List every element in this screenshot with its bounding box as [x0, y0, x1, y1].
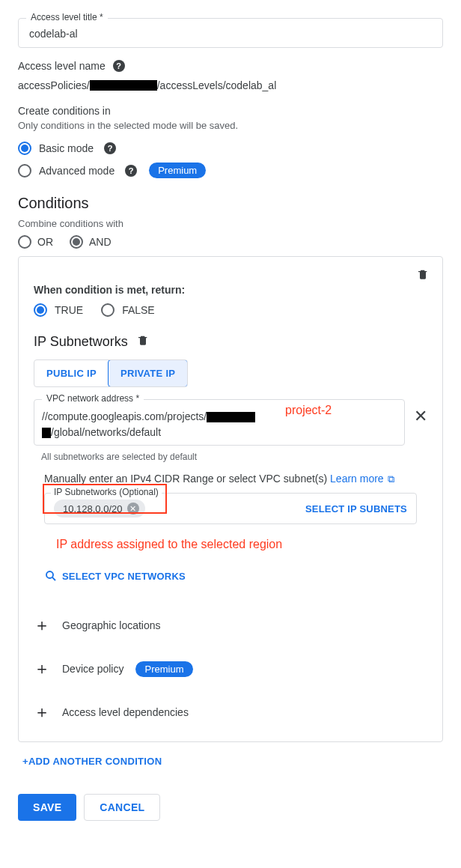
combine-conditions-label: Combine conditions with	[18, 218, 443, 229]
access-level-title-label: Access level title *	[26, 12, 108, 22]
annotation-box	[43, 484, 167, 514]
redacted-text	[42, 428, 51, 438]
help-icon[interactable]: ?	[104, 142, 116, 154]
help-icon[interactable]: ?	[113, 60, 125, 72]
save-button[interactable]: SAVE	[18, 794, 76, 821]
access-level-name-label: Access level name	[18, 60, 106, 72]
add-access-level-deps-button[interactable]: ＋ Access level dependencies	[34, 691, 427, 734]
trash-icon	[417, 267, 429, 281]
true-radio[interactable]	[34, 303, 47, 317]
or-radio[interactable]	[18, 235, 31, 249]
or-label: OR	[37, 236, 53, 248]
false-label: FALSE	[122, 304, 155, 316]
vpc-address-value[interactable]: //compute.googleapis.com/projects/ /glob…	[42, 409, 397, 440]
access-level-title-field[interactable]: Access level title *	[18, 18, 443, 48]
svg-point-0	[46, 571, 53, 578]
add-geographic-locations-button[interactable]: ＋ Geographic locations	[34, 604, 427, 647]
ip-subnetworks-heading: IP Subnetworks	[34, 334, 128, 350]
vpc-helper-text: All subnetworks are selected by default	[41, 452, 427, 462]
tab-public-ip[interactable]: PUBLIC IP	[34, 360, 109, 386]
add-another-condition-button[interactable]: +ADD ANOTHER CONDITION	[22, 756, 443, 767]
plus-icon: ＋	[34, 614, 50, 637]
access-level-name-value: accessPolicies//accessLevels/codelab_al	[18, 79, 443, 91]
delete-condition-button[interactable]	[417, 267, 429, 283]
select-vpc-networks-button[interactable]: SELECT VPC NETWORKS	[44, 569, 427, 583]
and-radio[interactable]	[70, 235, 83, 249]
remove-vpc-button[interactable]: ✕	[414, 399, 427, 426]
learn-more-link[interactable]: Learn more ⧉	[330, 473, 394, 485]
ip-type-tabs: PUBLIC IP PRIVATE IP	[34, 359, 188, 387]
basic-mode-label: Basic mode	[39, 142, 94, 154]
redacted-text	[207, 412, 255, 422]
search-icon	[44, 569, 58, 583]
cancel-button[interactable]: CANCEL	[84, 794, 160, 821]
select-ip-subnets-button[interactable]: SELECT IP SUBNETS	[305, 503, 407, 515]
premium-badge: Premium	[149, 163, 206, 178]
redacted-text	[90, 80, 157, 91]
create-conditions-subtext: Only conditions in the selected mode wil…	[18, 120, 443, 131]
false-radio[interactable]	[101, 303, 115, 317]
advanced-mode-radio[interactable]	[18, 164, 31, 177]
delete-ip-section-button[interactable]	[137, 333, 149, 350]
external-link-icon: ⧉	[385, 473, 395, 485]
condition-card: When condition is met, return: TRUE FALS…	[18, 256, 443, 742]
when-condition-met-label: When condition is met, return:	[34, 284, 427, 296]
true-label: TRUE	[55, 304, 83, 316]
premium-badge: Premium	[135, 661, 192, 677]
advanced-mode-label: Advanced mode	[39, 165, 115, 177]
add-device-policy-button[interactable]: ＋ Device policy Premium	[34, 647, 427, 691]
create-conditions-heading: Create conditions in	[18, 105, 443, 117]
plus-icon: ＋	[34, 658, 50, 680]
access-level-title-input[interactable]	[29, 28, 432, 40]
basic-mode-radio[interactable]	[18, 142, 31, 155]
help-icon[interactable]: ?	[125, 165, 137, 177]
tab-private-ip[interactable]: PRIVATE IP	[108, 359, 188, 387]
and-label: AND	[89, 236, 112, 248]
vpc-address-label: VPC network address *	[42, 393, 144, 404]
annotation-project2: project-2	[285, 404, 332, 417]
plus-icon: ＋	[34, 701, 50, 723]
svg-line-1	[52, 577, 55, 580]
trash-icon	[137, 333, 149, 347]
annotation-ip-assigned: IP address assigned to the selected regi…	[56, 538, 427, 551]
conditions-heading: Conditions	[18, 195, 443, 212]
vpc-address-field[interactable]: VPC network address * //compute.googleap…	[34, 399, 405, 446]
